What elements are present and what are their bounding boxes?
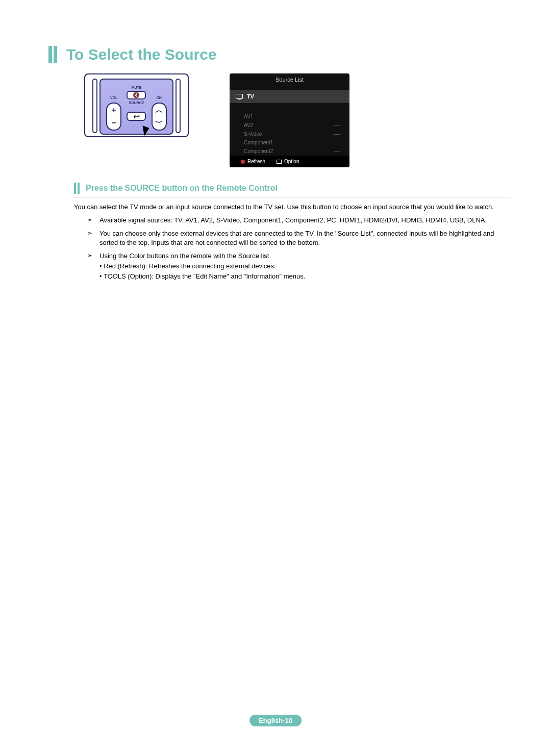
list-item: Available signal sources: TV, AV1, AV2, … [87,216,510,225]
title-accent-bars [48,46,57,63]
bullet-list: Available signal sources: TV, AV1, AV2, … [87,216,510,282]
osd-item: Component1---- [230,138,349,147]
refresh-label: Refresh [247,159,265,164]
mute-button: 🔇 [127,91,146,99]
chevron-up-icon: ︿ [155,106,163,114]
osd-item: AV1---- [230,112,349,121]
source-button: ↩ [127,112,146,121]
mute-icon: 🔇 [133,92,140,98]
remote-side-right [176,79,181,133]
osd-item-status: ---- [334,140,340,145]
osd-item-name: Component2 [244,148,273,154]
osd-item: Component2---- [230,147,349,156]
sub-accent-bars [74,183,80,194]
osd-footer: Refresh Option [230,156,349,167]
figure-row: MUTE VOL 🔇 SOURCE CH + − ↩ ︿ [48,73,510,167]
ch-rocker: ︿ ﹀ [152,103,167,131]
osd-item: S-Video---- [230,130,349,138]
remote-side-left [92,79,97,133]
osd-tv-row: TV [230,90,349,103]
osd-item-status: ---- [334,122,340,128]
refresh-hint: Refresh [241,159,265,164]
sub-line: • Red (Refresh): Refreshes the connectin… [99,262,510,271]
osd-tv-label: TV [247,93,254,99]
list-item-text: You can choose only those external devic… [99,230,494,246]
page-title-row: To Select the Source [48,46,510,63]
list-item-text: Using the Color buttons on the remote wi… [99,252,269,260]
osd-item-name: AV1 [244,114,253,119]
vol-rocker: + − [106,103,121,131]
osd-item-status: ---- [334,114,340,119]
intro-paragraph: You can select the TV mode or an input s… [74,203,510,212]
list-item: Using the Color buttons on the remote wi… [87,251,510,282]
chevron-down-icon: ﹀ [155,119,163,127]
list-item-text: Available signal sources: TV, AV1, AV2, … [99,216,487,224]
minus-icon: − [111,119,116,127]
page-footer-badge: English-10 [249,715,302,726]
tv-icon [236,94,243,99]
osd-item-status: ---- [334,148,340,154]
tools-icon [277,160,282,164]
osd-item: AV2---- [230,121,349,130]
ch-label: CH [149,94,169,101]
vol-label: VOL [104,94,124,101]
remote-control-illustration: MUTE VOL 🔇 SOURCE CH + − ↩ ︿ [84,73,189,137]
source-icon: ↩ [133,112,140,121]
page-title: To Select the Source [66,46,217,63]
subheading-row: Press the SOURCE button on the Remote Co… [74,183,510,194]
plus-icon: + [111,106,116,114]
divider [74,197,510,197]
section-subheading: Press the SOURCE button on the Remote Co… [86,183,278,194]
list-item: You can choose only those external devic… [87,229,510,247]
remote-core: MUTE VOL 🔇 SOURCE CH + − ↩ ︿ [99,79,173,135]
osd-header: Source List [230,73,349,90]
pointer-arrow-icon [139,125,149,137]
osd-item-name: S-Video [244,131,262,137]
osd-item-name: AV2 [244,122,253,128]
sub-line: • TOOLS (Option): Displays the "Edit Nam… [99,272,510,281]
source-list-osd: Source List TV AV1---- AV2---- S-Video--… [230,73,349,167]
option-label: Option [284,159,299,164]
osd-item-status: ---- [334,131,340,137]
option-hint: Option [277,159,299,164]
osd-item-name: Component1 [244,140,273,145]
red-dot-icon [241,160,245,164]
